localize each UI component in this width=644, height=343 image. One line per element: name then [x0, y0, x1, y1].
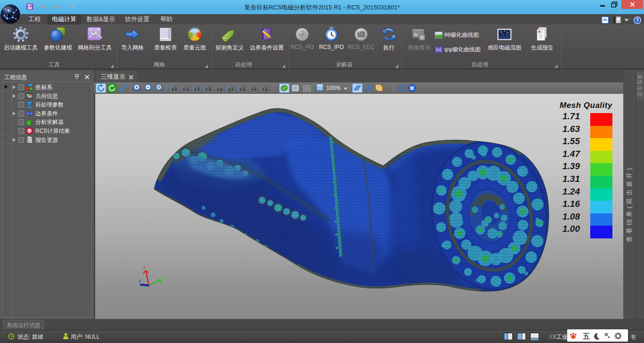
svg-text:y: y: [220, 87, 223, 91]
svg-text:x: x: [172, 87, 174, 91]
svg-text:x: x: [265, 85, 267, 88]
svg-text:z: z: [262, 87, 264, 91]
svg-text:?: ?: [636, 18, 639, 23]
svg-text:z: z: [183, 87, 185, 91]
svg-text:x: x: [143, 265, 146, 270]
svg-text:y: y: [228, 87, 231, 91]
svg-text:z: z: [217, 87, 219, 91]
svg-text:z: z: [239, 87, 241, 91]
svg-text:v: v: [251, 87, 253, 91]
svg-text:x: x: [194, 87, 197, 91]
svg-text:v: v: [209, 85, 210, 88]
svg-text:v: v: [175, 85, 176, 88]
svg-text:v: v: [243, 85, 244, 88]
svg-text:z: z: [139, 278, 141, 283]
svg-text:v: v: [198, 85, 199, 88]
svg-text:y: y: [162, 275, 165, 280]
svg-text:五: 五: [583, 332, 590, 340]
svg-text:x: x: [231, 85, 233, 88]
svg-text:v: v: [186, 85, 188, 88]
svg-text:z: z: [254, 85, 256, 88]
svg-text:z: z: [206, 87, 207, 91]
